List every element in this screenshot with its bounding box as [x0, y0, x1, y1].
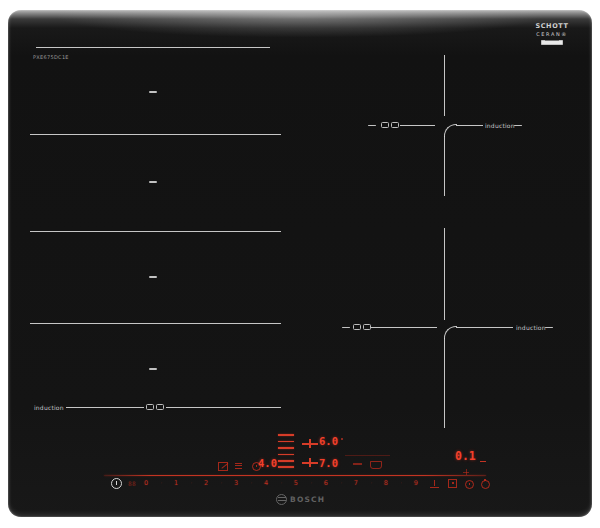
- slider-dot: [310, 479, 312, 487]
- clock-icon[interactable]: [465, 480, 474, 489]
- zone-cross-vertical-top: [444, 228, 445, 320]
- menu-icon[interactable]: [235, 463, 242, 470]
- flex-zone-line-5b: [166, 407, 281, 408]
- panel-separator-line: [104, 475, 486, 477]
- flex-bridge-icon: [146, 404, 164, 410]
- slider-key-5[interactable]: 5: [294, 479, 298, 487]
- flex-zone-line-2: [30, 134, 281, 135]
- timer-display: 4.0: [258, 457, 277, 469]
- flex-zone-line-1: [36, 47, 270, 48]
- zone-line-right: [456, 327, 513, 328]
- move-level-ladder: [278, 466, 294, 468]
- pan-center-mark: [149, 91, 157, 93]
- pan-icon: [370, 461, 382, 469]
- kitchen-timer-icon[interactable]: [481, 480, 490, 489]
- keep-warm-icon[interactable]: [430, 480, 439, 488]
- slider-dot: [220, 479, 222, 487]
- direct-select-slider[interactable]: 0 1 2 3 4 5 6 7 8 9: [144, 479, 418, 487]
- slider-key-0[interactable]: 0: [144, 479, 148, 487]
- zone-cross-vertical-top: [444, 55, 445, 116]
- lock-icon[interactable]: [448, 479, 457, 488]
- flex-bridge-icon: [353, 324, 371, 330]
- front-level-display: 7.0: [319, 457, 338, 469]
- bosch-logo: BOSCH: [276, 494, 325, 505]
- move-level-ladder: [278, 460, 294, 462]
- model-label: PXE675DC1E: [33, 54, 69, 60]
- flex-bridge-icon: [381, 122, 399, 128]
- pan-position-cross: [302, 439, 318, 448]
- zone-line-right: [456, 125, 483, 126]
- product-photo: PXE675DC1E SCHOTT CERAN® induction induc…: [0, 0, 600, 528]
- move-level-ladder: [278, 434, 294, 436]
- slider-key-2[interactable]: 2: [204, 479, 208, 487]
- zone-line-left: [371, 327, 437, 328]
- schott-logo-line1: SCHOTT: [532, 22, 572, 30]
- bosch-logo-text: BOSCH: [290, 495, 325, 504]
- slider-key-8[interactable]: 8: [384, 479, 388, 487]
- schott-badge: [541, 40, 563, 45]
- zone-line-left: [400, 125, 435, 126]
- slider-dot: [370, 479, 372, 487]
- flex-zone-line-5: [66, 407, 144, 408]
- schott-logo-line2: CERAN®: [532, 31, 572, 37]
- zone-cross-vertical-bottom: [444, 136, 445, 196]
- pan-center-mark: [149, 368, 157, 370]
- slider-dot: [340, 479, 342, 487]
- right-zone-display: 0.1: [455, 449, 476, 463]
- induction-label-left: induction: [34, 404, 64, 411]
- slider-dot: [190, 479, 192, 487]
- slider-key-6[interactable]: 6: [324, 479, 328, 487]
- zone-select-indicator: 88: [128, 480, 136, 487]
- induction-label-right-top: induction: [485, 122, 515, 129]
- slider-key-3[interactable]: 3: [234, 479, 238, 487]
- induction-label-right-bottom: induction: [516, 324, 546, 331]
- dim-indicator-line: [345, 455, 390, 456]
- cleaning-wiper-icon[interactable]: [218, 462, 228, 471]
- zone-corner-curve: [444, 326, 457, 339]
- pan-position-cross: [302, 458, 318, 467]
- move-level-ladder: [278, 454, 294, 456]
- slider-dot: [400, 479, 402, 487]
- rear-level-display: 6.0: [319, 435, 338, 447]
- display-dot: [341, 438, 343, 440]
- schott-ceran-logo: SCHOTT CERAN®: [532, 22, 572, 45]
- flex-zone-line-3: [30, 231, 281, 232]
- pan-center-mark: [149, 181, 157, 183]
- slider-dot: [250, 479, 252, 487]
- slider-key-1[interactable]: 1: [174, 479, 178, 487]
- flex-zone-line-4: [30, 323, 281, 324]
- zone-dash: [368, 125, 376, 127]
- zone-dash: [342, 327, 350, 329]
- display-dash: [480, 461, 486, 463]
- power-icon[interactable]: [111, 478, 122, 489]
- slider-key-4[interactable]: 4: [264, 479, 268, 487]
- zone-dash: [514, 125, 522, 127]
- slider-key-9[interactable]: 9: [414, 479, 418, 487]
- dash-icon: [353, 463, 362, 465]
- slider-dot: [280, 479, 282, 487]
- zone-cross-vertical-bottom: [444, 338, 445, 428]
- zone-dash: [545, 327, 553, 329]
- move-level-ladder: [278, 447, 294, 449]
- slider-dot: [160, 479, 162, 487]
- cooktop-glass-surface: PXE675DC1E SCHOTT CERAN® induction induc…: [8, 10, 592, 517]
- bosch-anchor-icon: [276, 494, 287, 505]
- zone-corner-curve: [444, 124, 457, 137]
- move-level-ladder: [278, 441, 294, 443]
- slider-key-7[interactable]: 7: [354, 479, 358, 487]
- pan-center-mark: [149, 276, 157, 278]
